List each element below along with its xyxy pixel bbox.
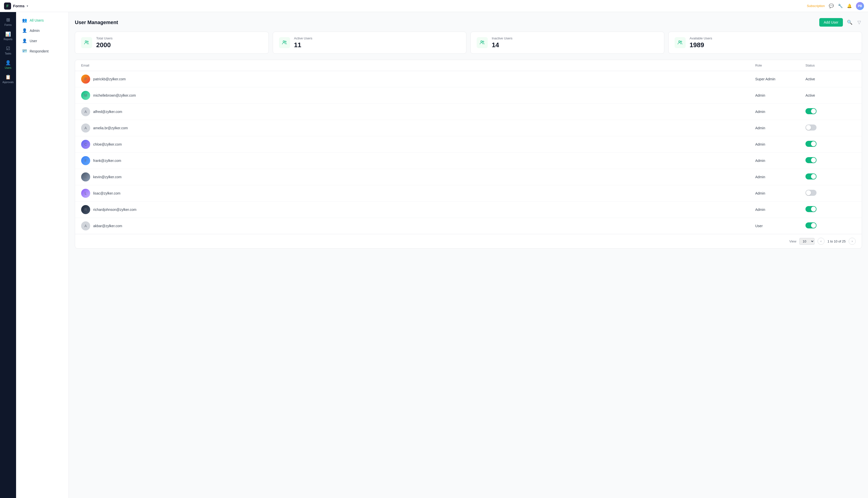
chat-icon[interactable]: 💬 [829,3,834,8]
user-email: patrickb@zylker.com [93,77,126,81]
app-logo: F [4,2,11,10]
user-avatar: L [81,189,90,198]
total-users-value: 2000 [96,41,113,49]
inactive-users-value: 14 [492,41,513,49]
user-email: frank@zylker.com [93,159,121,163]
user-role: Admin [755,126,805,130]
table-row: Rrichardjohnson@zylker.comAdmin [75,201,862,218]
user-avatar: P [81,75,90,83]
user-avatar: C [81,140,90,149]
nav-respondent[interactable]: 🪪 Respondent [18,46,67,56]
status-toggle[interactable] [805,190,817,196]
inactive-users-label: Inactive Users [492,36,513,40]
user-avatar: A [81,221,90,231]
user-email: kevin@zylker.com [93,175,121,179]
user-role: Admin [755,142,805,146]
status-toggle[interactable] [805,108,817,114]
available-users-icon [675,37,686,48]
user-role: Admin [755,191,805,195]
per-page-select[interactable]: 10 25 50 100 [800,238,815,245]
user-status [805,157,856,164]
available-users-value: 1989 [690,41,712,49]
user-status [805,124,856,132]
table-row: Aakbar@zylker.comUser [75,218,862,234]
nav-admin[interactable]: 👤 Admin [18,26,67,35]
user-role: Admin [755,93,805,97]
active-users-icon [279,37,290,48]
status-toggle[interactable] [805,222,817,228]
user-role: User [755,224,805,228]
user-email: amelia.br@zylker.com [93,126,128,130]
respondent-icon: 🪪 [22,49,27,53]
user-role: Admin [755,110,805,114]
sidebar-nav: 👥 All Users 👤 Admin 👤 User 🪪 Respondent [16,12,69,498]
status-toggle[interactable] [805,206,817,212]
users-table: Email Role Status Ppatrickb@zylker.comSu… [75,60,862,249]
app-name: Forms [13,4,25,8]
user-status [805,222,856,230]
user-email: akbar@zylker.com [93,224,122,228]
table-row: Ffrank@zylker.comAdmin [75,153,862,169]
available-users-label: Available Users [690,36,712,40]
table-row: Aamelia.br@zylker.comAdmin [75,120,862,136]
subscription-link[interactable]: Subscription [807,4,825,8]
add-user-button[interactable]: Add User [819,18,843,27]
stat-active-info: Active Users 11 [294,36,312,49]
topbar: F Forms ▾ Subscription 💬 🔧 🔔 PB [0,0,868,12]
user-role: Admin [755,159,805,163]
svg-point-7 [681,41,682,42]
user-cell: Aalfred@zylker.com [81,107,755,116]
user-avatar: M [81,91,90,100]
filter-icon[interactable]: ▽ [856,18,862,26]
bell-icon[interactable]: 🔔 [847,3,852,8]
user-avatar: A [81,107,90,116]
table-row: Ppatrickb@zylker.comSuper AdminActive [75,71,862,87]
app-chevron-icon[interactable]: ▾ [27,4,28,8]
next-page-button[interactable]: › [848,238,856,245]
user-email: lisac@zylker.com [93,191,120,195]
status-toggle[interactable] [805,124,817,131]
col-status: Status [805,64,856,67]
user-icon: 👤 [22,38,27,43]
status-toggle[interactable] [805,157,817,163]
content-area: User Management Add User 🔍 ▽ [69,12,868,498]
table-row: Mmichellebrown@zylker.comAdminActive [75,87,862,104]
sidebar-item-reports[interactable]: 📊 Reports [1,29,15,43]
user-role: Super Admin [755,77,805,81]
search-icon[interactable]: 🔍 [846,18,853,26]
reports-icon: 📊 [5,31,11,37]
table-row: Llisac@zylker.comAdmin [75,185,862,201]
nav-user[interactable]: 👤 User [18,36,67,46]
nav-all-users[interactable]: 👥 All Users [18,15,67,25]
stat-card-available: Available Users 1989 [668,31,862,54]
stat-card-inactive: Inactive Users 14 [470,31,664,54]
stat-inactive-info: Inactive Users 14 [492,36,513,49]
tasks-icon: ☑ [6,46,10,51]
status-toggle[interactable] [805,173,817,180]
active-users-value: 11 [294,41,312,49]
svg-point-1 [87,41,88,42]
page-header: User Management Add User 🔍 ▽ [75,18,862,27]
user-cell: Kkevin@zylker.com [81,172,755,182]
sidebar-item-users[interactable]: 👤 Users [1,58,15,71]
prev-page-button[interactable]: ‹ [817,238,825,245]
sidebar-item-tasks[interactable]: ☑ Tasks [1,44,15,57]
pagination: View 10 25 50 100 ‹ 1 to 10 of 25 › [75,234,862,248]
avatar[interactable]: PB [856,2,864,10]
sidebar-item-forms[interactable]: ⊞ Forms [1,15,15,28]
user-status [805,108,856,115]
topbar-left: F Forms ▾ [4,2,28,10]
header-actions: Add User 🔍 ▽ [819,18,862,27]
all-users-icon: 👥 [22,18,27,23]
sidebar-item-approvals[interactable]: 📋 Approvals [1,72,15,86]
tools-icon[interactable]: 🔧 [838,3,843,8]
approvals-icon: 📋 [5,74,11,80]
user-email: alfred@zylker.com [93,110,122,114]
main-layout: ⊞ Forms 📊 Reports ☑ Tasks 👤 Users 📋 Appr… [0,12,868,498]
table-body: Ppatrickb@zylker.comSuper AdminActiveMmi… [75,71,862,234]
user-status [805,206,856,213]
active-users-label: Active Users [294,36,312,40]
inactive-users-icon [477,37,488,48]
status-toggle[interactable] [805,141,817,147]
svg-point-2 [283,41,285,42]
